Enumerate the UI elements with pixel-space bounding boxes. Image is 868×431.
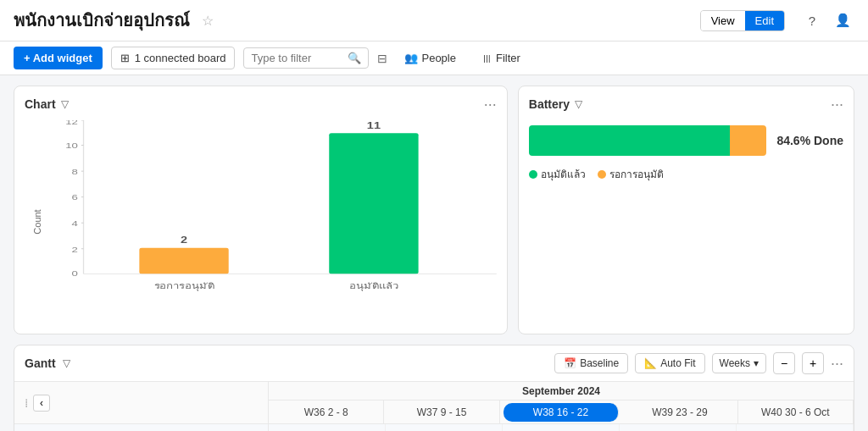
board-grid-icon: ⊞: [120, 52, 130, 64]
view-button[interactable]: View: [701, 11, 745, 30]
battery-bar: [529, 125, 767, 156]
gantt-week-w36: W36 2 - 8: [269, 401, 384, 423]
svg-rect-18: [329, 133, 418, 274]
battery-title: Battery: [529, 97, 570, 111]
people-button[interactable]: 👥 People: [396, 47, 464, 69]
battery-widget-header: Battery ▽ ···: [529, 97, 843, 112]
gantt-filter-icon[interactable]: ▽: [63, 357, 70, 369]
weeks-chevron-icon: ▾: [754, 357, 759, 369]
filter-button[interactable]: ⫼ Filter: [473, 47, 529, 69]
edit-button[interactable]: Edit: [745, 11, 784, 30]
gantt-title: Gantt: [25, 356, 56, 370]
grid-icon[interactable]: ⊟: [377, 52, 387, 65]
gantt-right-panel: September 2024 W36 2 - 8 W37 9 - 15 W38 …: [269, 382, 854, 431]
filter-input-wrap: 🔍: [243, 47, 369, 69]
help-button[interactable]: ?: [800, 8, 824, 32]
widgets-row: Chart ▽ ··· Count 12 10 8 6: [14, 86, 854, 334]
add-widget-button[interactable]: + Add widget: [14, 47, 103, 69]
battery-bar-wrap: 84.6% Done: [529, 125, 843, 156]
gantt-group-row: ▼ พนักงานเบิกจ่ายอุปกรณ์: [14, 424, 268, 431]
chart-filter-icon[interactable]: ▽: [61, 98, 69, 110]
star-icon[interactable]: ☆: [202, 13, 214, 29]
gantt-cell: [386, 424, 503, 431]
toolbar: + Add widget ⊞ 1 connected board 🔍 ⊟ 👥 P…: [0, 41, 868, 75]
battery-pending-fill: [730, 125, 766, 156]
connected-board-label: 1 connected board: [135, 52, 226, 64]
gantt-week-headers: W36 2 - 8 W37 9 - 15 W38 16 - 22 W39 23 …: [269, 401, 854, 424]
gantt-left-header: ⁞ ‹: [14, 382, 268, 424]
svg-text:12: 12: [65, 120, 78, 125]
baseline-label: Baseline: [580, 357, 619, 369]
gantt-body: ⁞ ‹ ▼ พนักงานเบิกจ่ายอุปกรณ์ โทรศัพท์มือ…: [14, 382, 854, 431]
baseline-button[interactable]: 📅 Baseline: [554, 353, 628, 373]
legend-label-done: อนุมัติแล้ว: [541, 166, 586, 182]
chart-title: Chart: [25, 97, 56, 111]
zoom-in-button[interactable]: +: [802, 352, 824, 374]
gantt-widget: Gantt ▽ 📅 Baseline 📐 Auto Fit Weeks ▾ − …: [14, 345, 854, 431]
zoom-out-button[interactable]: −: [773, 352, 795, 374]
gantt-more-button[interactable]: ···: [831, 356, 843, 371]
connected-board-button[interactable]: ⊞ 1 connected board: [111, 47, 236, 69]
header-icons: ? 👤: [800, 8, 854, 32]
filter-label: Filter: [496, 52, 520, 64]
chart-widget-header: Chart ▽ ···: [25, 97, 497, 112]
svg-text:รอการอนุมัติ: รอการอนุมัติ: [154, 281, 214, 290]
gantt-cell: [269, 424, 386, 431]
user-button[interactable]: 👤: [831, 8, 854, 32]
legend-item-pending: รอการอนุมัติ: [598, 166, 664, 182]
gantt-month-label: September 2024: [522, 385, 600, 397]
legend-item-done: อนุมัติแล้ว: [529, 166, 586, 182]
gantt-week-w40: W40 30 - 6 Oct: [738, 401, 854, 423]
svg-text:10: 10: [65, 141, 78, 150]
gantt-drag-handle: ⁞: [25, 396, 28, 410]
chart-svg: 12 10 8 6 4 2 0 2 รอ: [50, 120, 497, 298]
svg-text:4: 4: [72, 219, 79, 228]
filter-icon: ⫼: [481, 52, 492, 64]
view-edit-group: View Edit: [700, 10, 785, 31]
gantt-week-w38-current: W38 16 - 22: [504, 403, 619, 422]
battery-legend: อนุมัติแล้ว รอการอนุมัติ: [529, 166, 843, 182]
chart-y-label: Count: [32, 209, 42, 234]
battery-more-button[interactable]: ···: [831, 97, 843, 112]
gantt-right-group-row: [269, 424, 854, 431]
filter-input[interactable]: [251, 52, 344, 64]
gantt-cell: [737, 424, 854, 431]
auto-fit-icon: 📐: [644, 357, 657, 369]
weeks-select[interactable]: Weeks ▾: [712, 353, 766, 373]
gantt-week-w37: W37 9 - 15: [384, 401, 499, 423]
gantt-cell: [620, 424, 737, 431]
gantt-toolbar: Gantt ▽ 📅 Baseline 📐 Auto Fit Weeks ▾ − …: [14, 345, 854, 382]
battery-filter-icon[interactable]: ▽: [575, 98, 582, 110]
gantt-cell: [503, 424, 620, 431]
gantt-collapse-button[interactable]: ‹: [33, 395, 50, 412]
user-icon: 👤: [835, 13, 851, 28]
legend-label-pending: รอการอนุมัติ: [609, 166, 664, 182]
gantt-month-row: September 2024: [269, 382, 854, 401]
svg-text:8: 8: [72, 168, 78, 176]
battery-pct-label: 84.6% Done: [776, 134, 843, 147]
chart-area: Count 12 10 8 6 4 2: [25, 120, 497, 323]
gantt-week-w39: W39 23 - 29: [622, 401, 737, 423]
battery-done-fill: [529, 125, 730, 156]
legend-dot-pending: [598, 170, 606, 179]
svg-text:11: 11: [367, 120, 381, 130]
people-label: People: [421, 52, 455, 64]
battery-widget: Battery ▽ ··· 84.6% Done อนุมัติแล้ว รอ: [518, 86, 854, 334]
search-icon: 🔍: [348, 52, 361, 64]
auto-fit-button[interactable]: 📐 Auto Fit: [635, 353, 704, 373]
people-icon: 👥: [404, 52, 418, 64]
weeks-label: Weeks: [720, 357, 750, 369]
svg-text:6: 6: [72, 193, 78, 202]
svg-rect-15: [139, 248, 228, 274]
svg-text:0: 0: [72, 269, 78, 278]
chart-more-button[interactable]: ···: [484, 97, 497, 112]
chart-widget: Chart ▽ ··· Count 12 10 8 6: [14, 86, 508, 334]
baseline-icon: 📅: [564, 357, 576, 369]
svg-text:2: 2: [181, 235, 187, 246]
app-header: พนักงานเบิกจ่ายอุปกรณ์ ☆ View Edit ? 👤: [0, 0, 868, 41]
main-content: Chart ▽ ··· Count 12 10 8 6: [0, 75, 868, 431]
page-title: พนักงานเบิกจ่ายอุปกรณ์: [14, 7, 190, 34]
legend-dot-done: [529, 170, 537, 179]
gantt-left-panel: ⁞ ‹ ▼ พนักงานเบิกจ่ายอุปกรณ์ โทรศัพท์มือ…: [14, 382, 269, 431]
auto-fit-label: Auto Fit: [660, 357, 695, 369]
